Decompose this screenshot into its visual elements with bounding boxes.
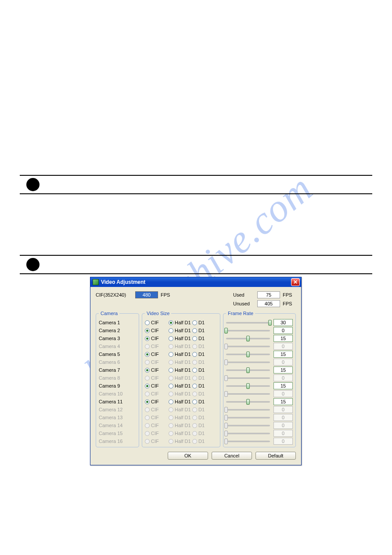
video-size-row: CIFHalf D1D1 (145, 429, 217, 437)
radio-icon (145, 328, 150, 333)
size-radio-cif[interactable]: CIF (145, 399, 168, 404)
video-size-row: CIFHalf D1D1 (145, 374, 217, 382)
camera-label: Camera 15 (99, 429, 136, 437)
slider-track (226, 393, 270, 395)
camera-label: Camera 7 (99, 366, 136, 374)
video-size-row: CIFHalf D1D1 (145, 342, 217, 350)
close-icon: ✕ (293, 279, 298, 285)
fps-slider[interactable] (226, 383, 270, 389)
fps-slider[interactable] (226, 327, 270, 334)
radio-label: D1 (198, 439, 205, 444)
radio-label: Half D1 (175, 439, 191, 444)
camera-label: Camera 6 (99, 358, 136, 366)
ok-button[interactable]: OK (168, 452, 208, 460)
radio-icon (169, 399, 173, 404)
fps-slider[interactable] (226, 399, 270, 405)
fps-slider[interactable] (226, 335, 270, 341)
camera-group-legend: Camera (99, 311, 119, 316)
size-radio-cif[interactable]: CIF (145, 367, 168, 373)
size-radio-halfd1[interactable]: Half D1 (169, 352, 191, 357)
radio-icon (169, 407, 173, 412)
size-radio-cif[interactable]: CIF (145, 320, 168, 325)
size-radio-cif[interactable]: CIF (145, 336, 168, 341)
size-radio-cif[interactable]: CIF (145, 383, 168, 388)
radio-icon (192, 431, 197, 436)
size-radio-halfd1: Half D1 (169, 391, 191, 396)
size-radio-halfd1: Half D1 (169, 431, 191, 436)
fps-value: 0 (273, 343, 293, 350)
size-radio-d1[interactable]: D1 (192, 336, 215, 341)
cancel-button[interactable]: Cancel (212, 452, 252, 460)
radio-icon (169, 320, 173, 325)
titlebar[interactable]: Video Adjustment ✕ (90, 277, 301, 287)
radio-label: CIF (151, 336, 159, 341)
radio-icon (145, 439, 150, 444)
fps-slider[interactable] (226, 319, 270, 326)
radio-label: Half D1 (175, 367, 191, 373)
fps-slider (226, 375, 270, 381)
frame-rate-group: Frame Rate 3001501501501501500000 (223, 311, 296, 447)
size-radio-halfd1[interactable]: Half D1 (169, 320, 191, 325)
radio-icon (192, 399, 197, 404)
radio-icon (192, 376, 197, 381)
size-radio-cif[interactable]: CIF (145, 352, 168, 357)
radio-icon (169, 360, 173, 365)
slider-track (226, 330, 270, 331)
size-radio-d1[interactable]: D1 (192, 399, 215, 404)
size-radio-halfd1: Half D1 (169, 359, 191, 365)
video-adjustment-dialog: Video Adjustment ✕ CIF(352X240) 480 FPS … (90, 277, 302, 465)
video-size-group-legend: Video Size (145, 311, 171, 316)
radio-label: D1 (198, 383, 205, 388)
fps-slider (226, 391, 270, 397)
bullet-icon (26, 258, 40, 271)
default-button[interactable]: Default (255, 452, 296, 460)
slider-thumb-icon (224, 423, 228, 428)
unused-value: 405 (257, 300, 280, 307)
fps-slider (226, 422, 270, 428)
video-size-row: CIFHalf D1D1 (145, 366, 217, 374)
cif-fps-input[interactable]: 480 (135, 291, 158, 298)
size-radio-halfd1[interactable]: Half D1 (169, 367, 191, 373)
radio-label: Half D1 (175, 375, 191, 381)
radio-label: CIF (151, 407, 159, 412)
frame-rate-row: 0 (226, 437, 293, 445)
radio-icon (192, 336, 197, 341)
fps-slider[interactable] (226, 351, 270, 357)
frame-rate-row: 0 (226, 342, 293, 350)
radio-label: D1 (198, 352, 205, 357)
size-radio-d1[interactable]: D1 (192, 328, 215, 333)
radio-label: D1 (198, 367, 205, 373)
section-separator-2 (20, 255, 372, 274)
video-size-row: CIFHalf D1D1 (145, 406, 217, 414)
slider-thumb-icon (224, 344, 228, 349)
radio-icon (192, 439, 197, 444)
dialog-title: Video Adjustment (101, 279, 291, 285)
size-radio-halfd1[interactable]: Half D1 (169, 399, 191, 404)
size-radio-d1[interactable]: D1 (192, 320, 215, 325)
close-button[interactable]: ✕ (291, 278, 300, 286)
radio-icon (169, 384, 173, 388)
video-size-row: CIFHalf D1D1 (145, 358, 217, 366)
size-radio-d1[interactable]: D1 (192, 352, 215, 357)
size-radio-halfd1[interactable]: Half D1 (169, 336, 191, 341)
radio-icon (192, 392, 197, 396)
radio-icon (192, 368, 197, 373)
size-radio-cif[interactable]: CIF (145, 328, 168, 333)
size-radio-halfd1[interactable]: Half D1 (169, 383, 191, 388)
radio-icon (145, 352, 150, 357)
fps-value: 30 (273, 319, 293, 326)
fps-value: 0 (273, 414, 293, 421)
radio-label: Half D1 (175, 431, 191, 436)
size-radio-halfd1[interactable]: Half D1 (169, 328, 191, 333)
size-radio-cif: CIF (145, 391, 168, 396)
radio-icon (145, 376, 150, 381)
radio-icon (169, 352, 173, 357)
slider-track (226, 425, 270, 426)
radio-label: Half D1 (175, 352, 191, 357)
size-radio-d1[interactable]: D1 (192, 367, 215, 373)
size-radio-d1[interactable]: D1 (192, 383, 215, 388)
fps-slider[interactable] (226, 367, 270, 373)
frame-rate-row: 15 (226, 366, 293, 374)
radio-icon (192, 344, 197, 349)
fps-value: 15 (273, 335, 293, 342)
